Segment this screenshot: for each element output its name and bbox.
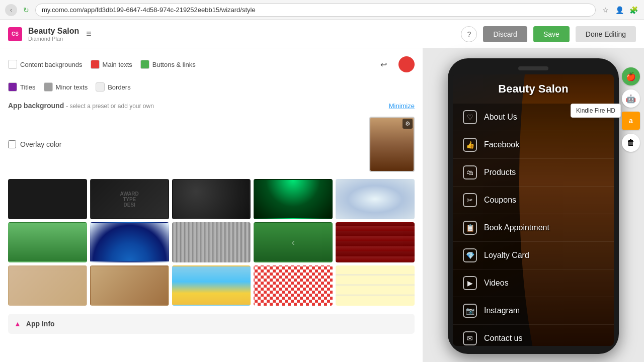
- discard-button[interactable]: Discard: [483, 26, 527, 42]
- menu-item-facebook[interactable]: 👍 Facebook: [453, 131, 614, 159]
- bg-preset-3[interactable]: [172, 179, 251, 219]
- expand-icon: ▲: [14, 320, 21, 328]
- phone-speaker: [518, 66, 548, 70]
- swatch-borders[interactable]: [96, 82, 105, 92]
- app-title-block: Beauty Salon Diamond Plan: [28, 27, 79, 42]
- swatch-content-bg[interactable]: [8, 60, 17, 69]
- save-button[interactable]: Save: [533, 26, 570, 42]
- section-header: App background - select a preset or add …: [8, 102, 415, 110]
- back-button[interactable]: ‹: [5, 4, 17, 16]
- app-info-section[interactable]: ▲ App Info: [8, 314, 415, 334]
- color-legend-row2: Titles Minor texts Borders: [8, 82, 415, 92]
- kindle-device-button[interactable]: a: [622, 112, 640, 130]
- swatch-minor-texts[interactable]: [44, 82, 53, 92]
- browser-icons: ☆ 👤 🧩: [600, 5, 639, 16]
- overlay-row: Overlay color ⚙: [8, 117, 415, 172]
- bg-preset-4[interactable]: [254, 179, 333, 219]
- legend-main-texts: Main texts: [91, 60, 132, 69]
- app-name: Beauty Salon: [28, 27, 79, 36]
- coupons-icon: ✂: [463, 193, 477, 207]
- star-icon[interactable]: ☆: [600, 5, 611, 16]
- extension-icon[interactable]: 🧩: [628, 5, 639, 16]
- swatch-buttons-links[interactable]: [140, 60, 149, 69]
- background-thumbnail[interactable]: ⚙: [369, 117, 415, 172]
- overlay-label: Overlay color: [20, 140, 61, 148]
- menu-item-loyalty-card[interactable]: 💎 Loyalty Card: [453, 242, 614, 269]
- instagram-icon: 📷: [463, 304, 477, 318]
- bg-preset-11[interactable]: [8, 265, 87, 306]
- label-titles: Titles: [20, 83, 36, 91]
- label-content-bg: Content backgrounds: [20, 61, 83, 68]
- section-title: App background - select a preset or add …: [8, 102, 154, 110]
- color-legend: Content backgrounds Main texts Buttons &…: [8, 56, 415, 72]
- label-minor-texts: Minor texts: [56, 83, 88, 91]
- bg-preset-6[interactable]: [8, 222, 87, 262]
- app-plan: Diamond Plan: [28, 36, 79, 42]
- book-appointment-label: Book Appointment: [484, 223, 549, 232]
- android-device-button[interactable]: 🤖: [622, 89, 640, 108]
- products-label: Products: [484, 168, 516, 177]
- videos-label: Videos: [484, 279, 509, 288]
- swatch-titles[interactable]: [8, 82, 17, 92]
- url-bar[interactable]: my.como.com/app/fd3db199-6647-4d58-974c-…: [35, 4, 596, 17]
- minimize-button[interactable]: Minimize: [389, 102, 415, 110]
- right-panel: Beauty Salon ♡ About Us 👍 Facebook: [423, 48, 644, 362]
- bg-preset-1[interactable]: [8, 179, 87, 219]
- legend-buttons-links: Buttons & links: [140, 60, 196, 69]
- swatch-main-texts[interactable]: [91, 60, 100, 69]
- bg-preset-13[interactable]: [172, 265, 251, 306]
- phone-top-bar: [453, 66, 614, 70]
- help-button[interactable]: ?: [461, 26, 477, 42]
- menu-item-contact-us[interactable]: ✉ Contact us: [453, 325, 614, 346]
- thumbnail-gear-icon[interactable]: ⚙: [403, 119, 413, 129]
- done-editing-button[interactable]: Done Editing: [576, 26, 636, 42]
- legend-content-bg: Content backgrounds: [8, 60, 83, 69]
- overlay-checkbox[interactable]: [8, 140, 16, 148]
- menu-item-coupons[interactable]: ✂ Coupons: [453, 187, 614, 214]
- facebook-icon: 👍: [463, 138, 477, 152]
- loyalty-card-label: Loyalty Card: [484, 251, 529, 260]
- overlay-color-control: Overlay color: [8, 140, 61, 148]
- app-header: CS Beauty Salon Diamond Plan ≡ ? Discard…: [0, 20, 644, 48]
- bg-preset-10[interactable]: [336, 222, 415, 262]
- browser-bar: ‹ ↻ my.como.com/app/fd3db199-6647-4d58-9…: [0, 0, 644, 20]
- contact-us-icon: ✉: [463, 331, 477, 345]
- background-grid: AWARDTYPEDESI ‹: [8, 179, 415, 306]
- about-us-icon: ♡: [463, 110, 477, 124]
- menu-item-videos[interactable]: ▶ Videos: [453, 269, 614, 297]
- instagram-label: Instagram: [484, 306, 520, 315]
- hamburger-menu[interactable]: ≡: [86, 29, 92, 39]
- about-us-label: About Us: [484, 113, 517, 122]
- bg-preset-5[interactable]: [336, 179, 415, 219]
- ios-device-button[interactable]: 🍎: [622, 67, 640, 85]
- contact-us-label: Contact us: [484, 334, 522, 343]
- menu-item-book-appointment[interactable]: 📋 Book Appointment: [453, 214, 614, 242]
- menu-item-products[interactable]: 🛍 Products: [453, 159, 614, 187]
- bg-preset-15[interactable]: [336, 265, 415, 306]
- videos-icon: ▶: [463, 276, 477, 290]
- coupons-label: Coupons: [484, 196, 516, 205]
- bg-preset-12[interactable]: [90, 265, 169, 306]
- bg-preset-7[interactable]: [90, 222, 169, 262]
- url-text: my.como.com/app/fd3db199-6647-4d58-974c-…: [42, 6, 256, 14]
- profile-icon[interactable]: 👤: [614, 5, 625, 16]
- phone-frame: Beauty Salon ♡ About Us 👍 Facebook: [448, 58, 619, 354]
- menu-items-list: ♡ About Us 👍 Facebook 🛍 Products: [453, 104, 614, 346]
- delete-device-button[interactable]: 🗑: [622, 134, 640, 152]
- legend-titles: Titles: [8, 82, 36, 92]
- loyalty-card-icon: 💎: [463, 248, 477, 262]
- bg-preset-8[interactable]: [172, 222, 251, 262]
- undo-button[interactable]: ↩: [376, 57, 390, 71]
- kindle-tooltip: Kindle Fire HD: [571, 104, 621, 118]
- label-borders: Borders: [108, 83, 131, 91]
- bg-preset-2[interactable]: AWARDTYPEDESI: [90, 179, 169, 219]
- left-panel: Content backgrounds Main texts Buttons &…: [0, 48, 423, 362]
- label-main-texts: Main texts: [103, 61, 132, 68]
- color-picker-dot[interactable]: [398, 56, 415, 72]
- menu-item-instagram[interactable]: 📷 Instagram: [453, 297, 614, 325]
- refresh-button[interactable]: ↻: [21, 5, 31, 15]
- bg-preset-14[interactable]: [254, 265, 333, 306]
- logo-text: CS: [12, 31, 19, 37]
- label-buttons-links: Buttons & links: [152, 61, 196, 68]
- bg-preset-9[interactable]: ‹: [254, 222, 333, 262]
